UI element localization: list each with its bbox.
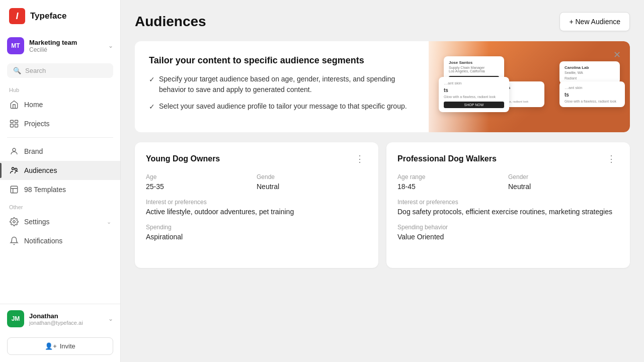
- templates-label: 98 Templates: [24, 186, 66, 194]
- banner-content: Tailor your content to specific audience…: [149, 55, 411, 118]
- audience-card-0: Young Dog Owners ⋮ Age 25-35 Gende Neutr…: [135, 142, 378, 268]
- spending-field-0: Spending Aspirational: [146, 224, 367, 241]
- page-header: Audiences + New Audience: [135, 12, 630, 31]
- audience-card-0-fields: Age 25-35 Gende Neutral Interest or pref…: [146, 173, 367, 249]
- svg-rect-1: [15, 120, 18, 123]
- gender-value-0: Neutral: [257, 183, 367, 191]
- brand-icon: [9, 146, 19, 156]
- projects-icon: [9, 119, 19, 129]
- interest-label-1: Interest or preferences: [397, 199, 619, 206]
- sidebar-item-brand[interactable]: Brand: [0, 142, 120, 161]
- audience-grid: Young Dog Owners ⋮ Age 25-35 Gende Neutr…: [135, 142, 630, 268]
- logo-icon: I: [9, 8, 25, 24]
- audience-card-0-header: Young Dog Owners ⋮: [146, 153, 367, 164]
- audience-card-1-title: Professional Dog Walkers: [397, 154, 497, 163]
- nav-divider-1: [7, 137, 113, 138]
- banner-point-2: ✓ Select your saved audience profile to …: [149, 101, 411, 112]
- age-value-0: 25-35: [146, 183, 257, 191]
- user-email: jonathan@typeface.ai: [29, 320, 103, 326]
- svg-point-4: [13, 148, 16, 151]
- banner-image: Jose Santos Supply Chain Manager Los Ang…: [429, 41, 630, 132]
- age-label-0: Age: [146, 173, 257, 180]
- search-box[interactable]: 🔍 Search: [7, 63, 113, 78]
- new-audience-button[interactable]: + New Audience: [559, 12, 630, 31]
- banner-point-1-text: Specify your target audience based on ag…: [159, 74, 411, 95]
- team-switcher[interactable]: MT Marketing team Cecilié ⌄: [0, 32, 120, 59]
- settings-icon: [9, 217, 19, 227]
- team-info: Marketing team Cecilié: [29, 39, 103, 53]
- invite-button[interactable]: 👤+ Invite: [7, 337, 113, 355]
- templates-icon: [9, 185, 19, 195]
- sidebar-item-notifications[interactable]: Notifications: [0, 231, 120, 250]
- audience-card-1-fields: Age range 18-45 Gender Neutral Interest …: [397, 173, 619, 249]
- gender-label-1: Gender: [508, 173, 619, 180]
- invite-icon: 👤+: [45, 342, 57, 350]
- spending-value-1: Value Oriented: [397, 233, 619, 241]
- interest-field-0: Interest or preferences Active lifestyle…: [146, 199, 367, 216]
- user-name: Jonathan: [29, 312, 103, 320]
- banner-list: ✓ Specify your target audience based on …: [149, 74, 411, 112]
- sidebar-item-home[interactable]: Home: [0, 95, 120, 114]
- sidebar-bottom: JM Jonathan jonathan@typeface.ai ⌄ 👤+ In…: [0, 304, 120, 362]
- spending-field-1: Spending behavior Value Oriented: [397, 224, 619, 241]
- user-info: Jonathan jonathan@typeface.ai: [29, 312, 103, 326]
- interest-field-1: Interest or preferences Dog safety proto…: [397, 199, 619, 216]
- user-switcher[interactable]: JM Jonathan jonathan@typeface.ai ⌄: [0, 304, 120, 333]
- settings-expand-icon: ⌄: [107, 219, 111, 225]
- age-label-1: Age range: [397, 173, 508, 180]
- sidebar-item-audiences[interactable]: Audiences: [0, 161, 120, 180]
- hub-section-label: Hub: [0, 82, 120, 95]
- audiences-icon: [9, 165, 19, 175]
- svg-point-8: [13, 221, 16, 223]
- interest-value-0: Active lifestyle, outdoor adventures, pe…: [146, 208, 367, 216]
- sidebar-item-projects[interactable]: Projects: [0, 114, 120, 133]
- svg-rect-2: [11, 124, 14, 127]
- sidebar-item-settings[interactable]: Settings ⌄: [0, 212, 120, 231]
- info-banner: Tailor your content to specific audience…: [135, 41, 630, 132]
- chevron-down-icon: ⌄: [108, 42, 113, 49]
- spending-value-0: Aspirational: [146, 233, 367, 241]
- gender-field-1: Gender Neutral: [508, 173, 619, 191]
- home-label: Home: [24, 101, 43, 109]
- main-content: Audiences + New Audience Tailor your con…: [121, 0, 644, 362]
- audience-card-0-title: Young Dog Owners: [146, 154, 220, 163]
- team-sub: Cecilié: [29, 46, 103, 53]
- audiences-label: Audiences: [24, 166, 57, 174]
- settings-label: Settings: [24, 218, 50, 226]
- user-expand-icon: ⌄: [108, 315, 113, 322]
- spending-label-1: Spending behavior: [397, 224, 619, 231]
- gender-label-0: Gende: [257, 173, 367, 180]
- check-icon-1: ✓: [149, 74, 155, 85]
- banner-point-2-text: Select your saved audience profile to ta…: [159, 101, 407, 112]
- spending-label-0: Spending: [146, 224, 367, 231]
- projects-label: Projects: [24, 120, 50, 128]
- user-avatar: JM: [7, 310, 24, 327]
- search-label: Search: [25, 67, 46, 74]
- banner-point-1: ✓ Specify your target audience based on …: [149, 74, 411, 95]
- banner-close-button[interactable]: ✕: [611, 48, 623, 61]
- svg-rect-3: [15, 124, 18, 127]
- svg-point-6: [15, 168, 18, 171]
- mini-card-5: …ant skin ts Glow with a flawless, radia…: [559, 81, 625, 107]
- search-icon: 🔍: [13, 67, 21, 74]
- page-title: Audiences: [135, 14, 206, 30]
- brand-label: Brand: [24, 147, 43, 155]
- other-section-label: Other: [0, 199, 120, 212]
- sidebar-item-templates[interactable]: 98 Templates: [0, 180, 120, 199]
- gender-value-1: Neutral: [508, 183, 619, 191]
- notifications-label: Notifications: [24, 237, 62, 245]
- logo-area: I Typeface: [0, 0, 120, 32]
- audience-card-1-header: Professional Dog Walkers ⋮: [397, 153, 619, 164]
- audience-card-1: Professional Dog Walkers ⋮ Age range 18-…: [386, 142, 630, 268]
- audience-card-0-menu-button[interactable]: ⋮: [352, 153, 367, 164]
- sidebar: I Typeface MT Marketing team Cecilié ⌄ 🔍…: [0, 0, 121, 362]
- age-field-0: Age 25-35: [146, 173, 257, 191]
- svg-point-5: [12, 167, 15, 170]
- age-value-1: 18-45: [397, 183, 508, 191]
- audience-card-1-menu-button[interactable]: ⋮: [604, 153, 619, 164]
- interest-label-0: Interest or preferences: [146, 199, 367, 206]
- interest-value-1: Dog safety protocols, efficient exercise…: [397, 208, 619, 216]
- home-icon: [9, 100, 19, 110]
- check-icon-2: ✓: [149, 102, 155, 112]
- mini-card-4: Carolina Lab Seattle, WA Radiant: [559, 61, 620, 84]
